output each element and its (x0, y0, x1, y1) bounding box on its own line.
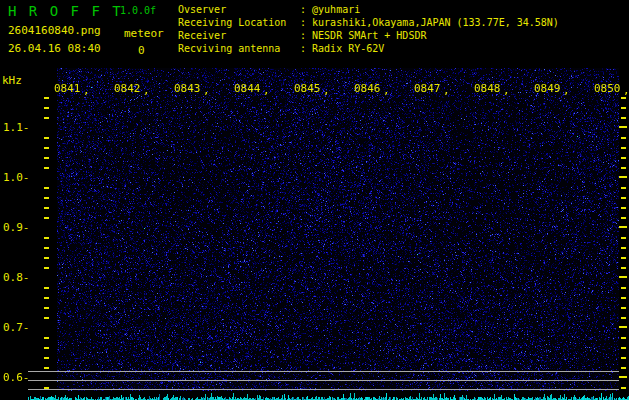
y-axis-minor-tick (621, 337, 626, 339)
x-axis-tick: , (443, 84, 450, 97)
y-axis-major-tick (619, 276, 627, 278)
x-axis-time-label: 0848 (474, 82, 501, 95)
info-colon: : (300, 43, 312, 54)
y-axis-minor-tick (44, 347, 49, 349)
y-axis-minor-tick (44, 337, 49, 339)
y-axis-minor-tick (621, 117, 626, 119)
y-axis-minor-tick (621, 267, 626, 269)
x-axis-time-label: 0844 (234, 82, 261, 95)
y-axis-minor-tick (621, 157, 626, 159)
info-label: Receiver (178, 29, 300, 42)
x-axis-time-label: 0850 (594, 82, 621, 95)
y-axis-minor-tick (44, 387, 49, 389)
info-label: Recviving antenna (178, 42, 300, 55)
y-axis-minor-tick (621, 237, 626, 239)
noise-level-bars-canvas (28, 392, 629, 400)
x-axis-tick: , (383, 84, 390, 97)
info-value: @yuhmari (312, 4, 360, 15)
y-axis-minor-tick (44, 237, 49, 239)
y-axis-minor-tick (621, 217, 626, 219)
y-axis-minor-tick (44, 297, 49, 299)
y-axis-label: 0.7- (3, 321, 30, 334)
y-axis-minor-tick (621, 317, 626, 319)
info-colon: : (300, 17, 312, 28)
y-axis-minor-tick (621, 247, 626, 249)
x-axis-time-label: 0843 (174, 82, 201, 95)
y-axis-minor-tick (621, 167, 626, 169)
y-axis-label: 1.0- (3, 171, 30, 184)
y-axis-minor-tick (621, 387, 626, 389)
y-axis-major-tick (619, 126, 627, 128)
info-row: Receiving Location: kurashiki,Okayama,JA… (178, 16, 559, 29)
info-value: NESDR SMArt + HDSDR (312, 30, 426, 41)
y-axis-unit-label: kHz (2, 75, 22, 86)
y-axis-minor-tick (621, 147, 626, 149)
y-axis-label: 0.6- (3, 371, 30, 384)
x-axis-tick: , (143, 84, 150, 97)
y-axis-minor-tick (44, 137, 49, 139)
info-label: Ovserver (178, 3, 300, 16)
y-axis-minor-tick (44, 187, 49, 189)
info-row: Ovserver: @yuhmari (178, 3, 559, 16)
x-axis-tick: , (563, 84, 570, 97)
y-axis-minor-tick (621, 197, 626, 199)
y-axis-label: 0.8- (3, 271, 30, 284)
observer-info-panel: Ovserver: @yuhmariReceiving Location: ku… (178, 3, 559, 55)
y-axis-minor-tick (44, 267, 49, 269)
y-axis-minor-tick (621, 97, 626, 99)
y-axis-minor-tick (44, 257, 49, 259)
x-axis-time-label: 0847 (414, 82, 441, 95)
y-axis-minor-tick (44, 197, 49, 199)
info-value: kurashiki,Okayama,JAPAN (133.77E, 34.58N… (312, 17, 559, 28)
x-axis-tick: , (623, 84, 629, 97)
y-axis-minor-tick (621, 367, 626, 369)
y-axis-minor-tick (44, 307, 49, 309)
x-axis-time-label: 0849 (534, 82, 561, 95)
app-version-label: 1.0.0f (120, 6, 156, 16)
carrier-line (28, 389, 619, 390)
y-axis-minor-tick (44, 167, 49, 169)
y-axis-minor-tick (621, 207, 626, 209)
x-axis-tick: , (503, 84, 510, 97)
y-axis-minor-tick (44, 117, 49, 119)
y-axis-label: 1.1- (3, 121, 30, 134)
x-axis-time-label: 0842 (114, 82, 141, 95)
y-axis-minor-tick (621, 307, 626, 309)
y-axis-minor-tick (44, 367, 49, 369)
y-axis-minor-tick (621, 107, 626, 109)
info-colon: : (300, 4, 312, 15)
meteor-counter-value: 0 (138, 45, 145, 56)
y-axis-major-tick (619, 176, 627, 178)
x-axis-tick: , (263, 84, 270, 97)
y-axis-minor-tick (621, 257, 626, 259)
y-axis-major-tick (619, 326, 627, 328)
observation-datetime-label: 26.04.16 08:40 (8, 43, 101, 54)
y-axis-minor-tick (44, 147, 49, 149)
y-axis-minor-tick (44, 247, 49, 249)
y-axis-minor-tick (44, 207, 49, 209)
x-axis-tick: , (323, 84, 330, 97)
carrier-line (28, 371, 619, 372)
y-axis-minor-tick (621, 347, 626, 349)
y-axis-minor-tick (44, 157, 49, 159)
spectrogram-canvas (57, 68, 619, 391)
y-axis-minor-tick (621, 137, 626, 139)
output-filename-label: 2604160840.png (8, 25, 101, 36)
y-axis-major-tick (619, 376, 627, 378)
y-axis-minor-tick (621, 357, 626, 359)
info-label: Receiving Location (178, 16, 300, 29)
y-axis-minor-tick (621, 297, 626, 299)
y-axis-minor-tick (621, 287, 626, 289)
info-colon: : (300, 30, 312, 41)
y-axis-minor-tick (44, 357, 49, 359)
y-axis-minor-tick (44, 317, 49, 319)
x-axis-time-label: 0841 (54, 82, 81, 95)
y-axis-minor-tick (44, 97, 49, 99)
hrofft-screenshot: H R O F F T 1.0.0f 2604160840.png meteor… (0, 0, 629, 400)
y-axis-minor-tick (44, 217, 49, 219)
y-axis-major-tick (619, 226, 627, 228)
carrier-line (28, 380, 619, 381)
y-axis-minor-tick (621, 187, 626, 189)
x-axis-time-label: 0845 (294, 82, 321, 95)
app-title: H R O F F T (8, 4, 123, 18)
